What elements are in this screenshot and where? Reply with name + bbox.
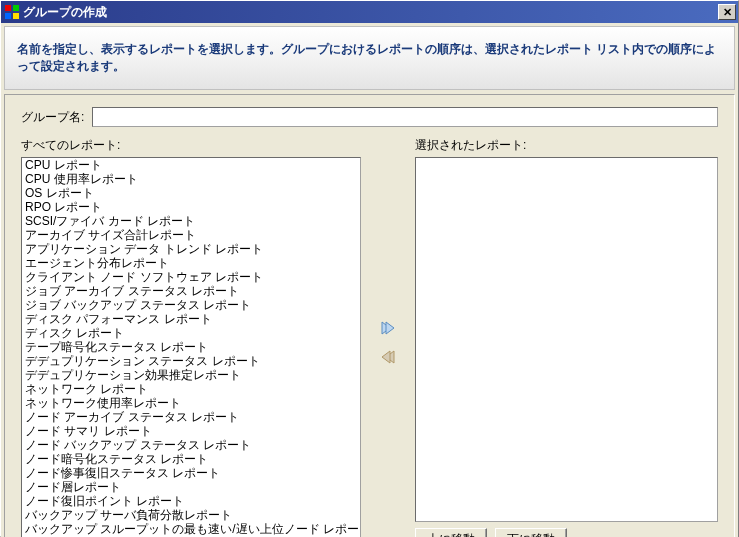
dual-list: すべてのレポート: CPU レポートCPU 使用率レポートOS レポートRPO …	[21, 137, 718, 537]
info-banner: 名前を指定し、表示するレポートを選択します。グループにおけるレポートの順序は、選…	[4, 26, 735, 90]
content-area: 名前を指定し、表示するレポートを選択します。グループにおけるレポートの順序は、選…	[1, 23, 738, 537]
list-item[interactable]: バックアップ スループットの最も速い/遅い上位ノード レポート	[22, 522, 360, 536]
move-up-button[interactable]: 上に移動	[415, 528, 487, 537]
close-icon: ✕	[723, 6, 732, 19]
list-item[interactable]: テープ暗号化ステータス レポート	[22, 340, 360, 354]
list-item[interactable]: デデュプリケーション効果推定レポート	[22, 368, 360, 382]
list-item[interactable]: ノード サマリ レポート	[22, 424, 360, 438]
list-item[interactable]: アーカイブ サイズ合計レポート	[22, 228, 360, 242]
arrow-right-icon	[378, 319, 398, 337]
selected-reports-column: 選択されたレポート: 上に移動 下に移動	[415, 137, 718, 537]
list-item[interactable]: ノード アーカイブ ステータス レポート	[22, 410, 360, 424]
move-down-button[interactable]: 下に移動	[495, 528, 567, 537]
group-name-label: グループ名:	[21, 109, 84, 126]
list-item[interactable]: ノード復旧ポイント レポート	[22, 494, 360, 508]
transfer-buttons	[373, 137, 403, 537]
close-button[interactable]: ✕	[718, 4, 736, 20]
list-item[interactable]: アプリケーション データ トレンド レポート	[22, 242, 360, 256]
selected-reports-listbox[interactable]	[415, 157, 718, 522]
all-reports-label: すべてのレポート:	[21, 137, 361, 154]
list-item[interactable]: ノード層レポート	[22, 480, 360, 494]
group-name-input[interactable]	[92, 107, 718, 127]
group-name-row: グループ名:	[21, 107, 718, 127]
list-item[interactable]: SCSI/ファイバ カード レポート	[22, 214, 360, 228]
all-reports-listbox[interactable]: CPU レポートCPU 使用率レポートOS レポートRPO レポートSCSI/フ…	[21, 157, 361, 537]
list-item[interactable]: クライアント ノード ソフトウェア レポート	[22, 270, 360, 284]
svg-marker-1	[386, 322, 394, 334]
list-item[interactable]: ディスク パフォーマンス レポート	[22, 312, 360, 326]
list-item[interactable]: ネットワーク使用率レポート	[22, 396, 360, 410]
list-item[interactable]: エージェント分布レポート	[22, 256, 360, 270]
dialog-window: グループの作成 ✕ 名前を指定し、表示するレポートを選択します。グループにおける…	[0, 0, 739, 537]
main-panel: グループ名: すべてのレポート: CPU レポートCPU 使用率レポートOS レ…	[4, 94, 735, 537]
list-item[interactable]: ノード バックアップ ステータス レポート	[22, 438, 360, 452]
list-item[interactable]: CPU レポート	[22, 158, 360, 172]
app-icon	[5, 5, 19, 19]
list-item[interactable]: バックアップ サーバ負荷分散レポート	[22, 508, 360, 522]
list-item[interactable]: ノード暗号化ステータス レポート	[22, 452, 360, 466]
all-reports-column: すべてのレポート: CPU レポートCPU 使用率レポートOS レポートRPO …	[21, 137, 361, 537]
list-item[interactable]: ノード惨事復旧ステータス レポート	[22, 466, 360, 480]
list-item[interactable]: OS レポート	[22, 186, 360, 200]
list-item[interactable]: ジョブ バックアップ ステータス レポート	[22, 298, 360, 312]
list-item[interactable]: ネットワーク レポート	[22, 382, 360, 396]
titlebar: グループの作成 ✕	[1, 1, 738, 23]
banner-text: 名前を指定し、表示するレポートを選択します。グループにおけるレポートの順序は、選…	[17, 41, 722, 75]
remove-button[interactable]	[378, 348, 398, 369]
add-button[interactable]	[378, 319, 398, 340]
svg-marker-3	[382, 351, 390, 363]
list-item[interactable]: CPU 使用率レポート	[22, 172, 360, 186]
list-item[interactable]: RPO レポート	[22, 200, 360, 214]
list-item[interactable]: ジョブ アーカイブ ステータス レポート	[22, 284, 360, 298]
list-item[interactable]: ディスク レポート	[22, 326, 360, 340]
window-title: グループの作成	[23, 4, 718, 21]
reorder-buttons: 上に移動 下に移動	[415, 528, 718, 537]
arrow-left-icon	[378, 348, 398, 366]
selected-reports-label: 選択されたレポート:	[415, 137, 718, 154]
list-item[interactable]: デデュプリケーション ステータス レポート	[22, 354, 360, 368]
